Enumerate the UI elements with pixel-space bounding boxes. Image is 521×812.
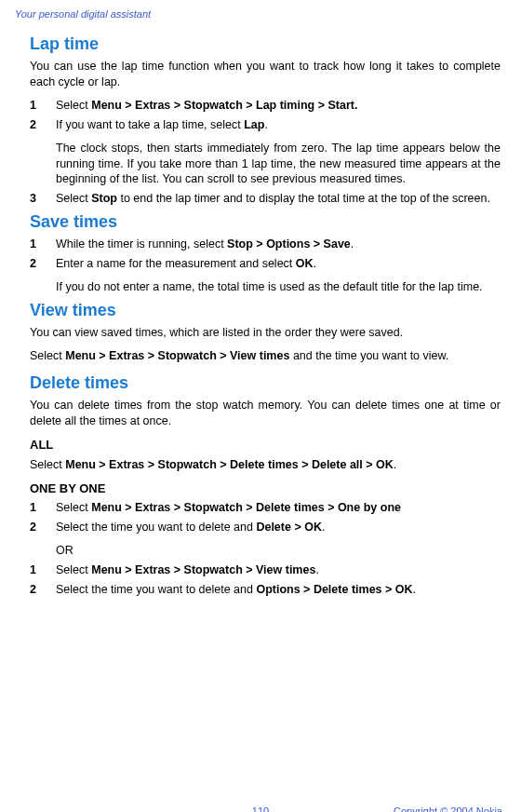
- content: Lap time You can use the lap time functi…: [15, 33, 506, 598]
- heading-view-times: View times: [30, 299, 501, 321]
- step-number: 1: [30, 98, 56, 114]
- heading-lap-time: Lap time: [30, 33, 501, 55]
- step-number: 3: [30, 191, 56, 207]
- heading-delete-times: Delete times: [30, 372, 501, 394]
- lap-time-step-1: 1 Select Menu > Extras > Stopwatch > Lap…: [30, 98, 501, 114]
- step-body: Select the time you want to delete and O…: [56, 582, 501, 598]
- step-body: While the timer is running, select Stop …: [56, 237, 501, 252]
- step-body: Select the time you want to delete and D…: [56, 520, 501, 559]
- save-times-step-1: 1 While the timer is running, select Sto…: [30, 237, 501, 252]
- delete-times-intro: You can delete times from the stop watch…: [30, 398, 501, 429]
- subhead-one-by-one: ONE BY ONE: [30, 480, 501, 497]
- step-body: Select Menu > Extras > Stopwatch > Delet…: [56, 500, 501, 516]
- lap-time-step-3: 3 Select Stop to end the lap timer and t…: [30, 191, 501, 207]
- step-number: 1: [30, 562, 56, 578]
- step-body: If you want to take a lap time, select L…: [56, 117, 501, 188]
- onebyone-step-2: 2 Select the time you want to delete and…: [30, 520, 501, 559]
- step-body: Select Stop to end the lap timer and to …: [56, 191, 501, 207]
- header-line: Your personal digital assistant: [15, 7, 506, 21]
- view-times-select: Select Menu > Extras > Stopwatch > View …: [30, 348, 501, 364]
- copyright: Copyright © 2004 Nokia: [394, 805, 502, 812]
- lap-time-intro: You can use the lap time function when y…: [30, 59, 501, 90]
- step-body: Select Menu > Extras > Stopwatch > Lap t…: [56, 98, 501, 114]
- step-body: Enter a name for the measurement and sel…: [56, 256, 501, 295]
- alt-step-2: 2 Select the time you want to delete and…: [30, 582, 501, 598]
- step-number: 2: [30, 117, 56, 188]
- view-times-intro: You can view saved times, which are list…: [30, 325, 501, 341]
- step-number: 2: [30, 520, 56, 559]
- onebyone-step-1: 1 Select Menu > Extras > Stopwatch > Del…: [30, 500, 501, 516]
- step-number: 1: [30, 237, 56, 252]
- save-times-step-2: 2 Enter a name for the measurement and s…: [30, 256, 501, 295]
- step-body: Select Menu > Extras > Stopwatch > View …: [56, 562, 501, 578]
- step-number: 1: [30, 500, 56, 516]
- subhead-all: ALL: [30, 437, 501, 453]
- page-number: 110: [252, 805, 269, 812]
- step-number: 2: [30, 256, 56, 295]
- alt-step-1: 1 Select Menu > Extras > Stopwatch > Vie…: [30, 562, 501, 578]
- heading-save-times: Save times: [30, 210, 501, 233]
- step-number: 2: [30, 582, 56, 598]
- delete-all-line: Select Menu > Extras > Stopwatch > Delet…: [30, 457, 501, 473]
- lap-time-step-2: 2 If you want to take a lap time, select…: [30, 117, 501, 188]
